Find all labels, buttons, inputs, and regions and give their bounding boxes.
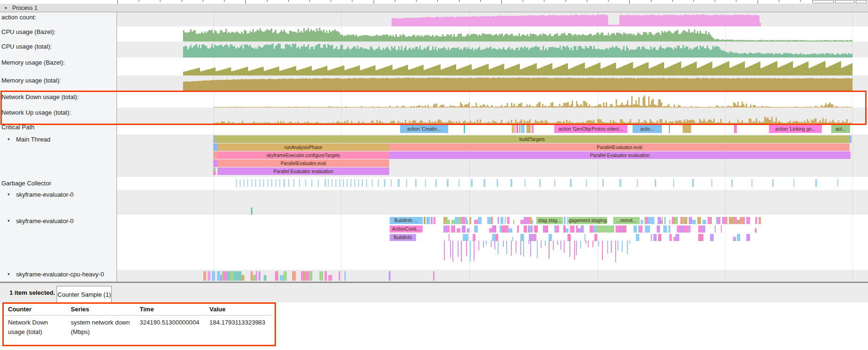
span-bar[interactable]: act... [831,125,850,133]
span-sliver[interactable] [217,271,220,281]
span-sliver[interactable] [238,271,242,281]
span-sliver[interactable] [223,271,227,281]
span-sliver[interactable] [683,225,687,233]
span-sliver[interactable] [487,217,491,224]
span-sliver[interactable] [647,225,650,233]
span-sliver[interactable] [305,271,309,281]
span-sliver[interactable] [513,220,514,224]
gc-tick[interactable] [815,179,817,187]
span-sliver[interactable] [466,234,468,241]
span-sliver[interactable] [256,271,257,281]
span-sliver[interactable] [277,271,278,281]
span-sliver[interactable] [689,225,690,233]
gc-tick[interactable] [299,179,300,187]
span-sliver[interactable] [549,234,552,241]
span-sliver[interactable] [584,234,585,241]
gc-tick[interactable] [284,179,285,187]
span-sliver[interactable] [684,217,687,224]
span-sliver[interactable] [520,220,524,224]
span-sliver[interactable] [570,225,574,233]
gc-tick[interactable] [772,179,774,187]
span-sliver[interactable] [467,228,469,233]
cell-value[interactable]: 184.1793113323983 [209,318,265,327]
gc-tick[interactable] [351,179,351,187]
span-sliver[interactable] [227,271,230,281]
gc-tick[interactable] [731,179,733,187]
span-sliver[interactable] [531,225,533,233]
column-header-value[interactable]: Value [209,306,225,313]
span-bar[interactable]: runAnalysisPhase [217,143,389,151]
span-sliver[interactable] [634,225,637,233]
span-sliver[interactable] [467,220,468,224]
collapse-arrow-icon[interactable]: ▾ [8,218,10,223]
column-header-series[interactable]: Series [71,306,89,313]
column-header-time[interactable]: Time [140,306,154,313]
track-row-critical_path[interactable] [117,124,868,134]
span-sliver[interactable] [328,275,332,281]
gc-tick[interactable] [255,179,256,187]
span-sliver[interactable] [740,217,743,224]
span-sliver[interactable] [702,234,703,241]
gc-tick[interactable] [751,179,752,187]
span-sliver[interactable] [280,275,284,281]
span-sliver[interactable] [443,225,447,233]
span-bar[interactable]: action 'Linking go... [769,125,822,133]
span-bar[interactable]: ParallelEvaluator.eval [217,159,389,167]
gc-tick[interactable] [240,179,241,187]
span-sliver[interactable] [426,217,430,224]
span-sliver[interactable] [733,237,736,241]
gc-tick[interactable] [525,179,526,187]
span-sliver[interactable] [530,234,534,241]
span-sliver[interactable] [213,171,216,175]
span-sliver[interactable] [595,225,614,233]
span-sliver[interactable] [519,125,520,133]
span-sliver[interactable] [321,271,323,281]
span-sliver[interactable] [462,225,466,233]
span-sliver[interactable] [669,220,670,224]
span-sliver[interactable] [521,125,525,133]
span-sliver[interactable] [501,217,503,224]
gc-tick[interactable] [586,179,587,187]
span-sliver[interactable] [663,225,667,233]
span-sliver[interactable] [594,234,597,241]
span-sliver[interactable] [711,217,712,224]
span-sliver[interactable] [449,234,450,241]
gc-tick[interactable] [279,179,280,187]
span-sliver[interactable] [473,234,476,241]
span-sliver[interactable] [505,217,506,224]
span-sliver[interactable] [213,159,217,167]
gc-tick[interactable] [837,179,838,187]
gc-tick[interactable] [398,179,400,187]
span-sliver[interactable] [451,225,454,233]
span-sliver[interactable] [491,217,493,224]
span-sliver[interactable] [616,225,619,233]
span-sliver[interactable] [668,225,670,233]
span-sliver[interactable] [702,220,706,224]
span-sliver[interactable] [746,234,750,241]
span-sliver[interactable] [525,225,527,233]
span-sliver[interactable] [464,125,465,133]
span-sliver[interactable] [568,234,571,241]
span-sliver[interactable] [743,217,745,224]
span-sliver[interactable] [755,228,757,233]
span-sliver[interactable] [683,125,691,133]
track-row-sky1[interactable] [117,190,868,215]
gc-tick[interactable] [339,179,340,187]
span-sliver[interactable] [658,234,661,241]
gc-tick[interactable] [384,179,385,187]
span-sliver[interactable] [213,143,217,151]
gc-tick[interactable] [471,179,473,187]
span-sliver[interactable] [208,271,210,281]
span-sliver[interactable] [734,125,737,133]
track-label-main_thread[interactable]: Main Thread [16,136,50,143]
gc-tick[interactable] [332,179,333,187]
span-sliver[interactable] [746,217,750,224]
span-sliver[interactable] [526,217,530,224]
counter-chart-mem_total[interactable] [0,75,868,92]
gc-tick[interactable] [539,179,541,187]
span-sliver[interactable] [517,125,518,133]
span-sliver[interactable] [651,234,652,241]
span-sliver[interactable] [669,234,672,241]
span-sliver[interactable] [755,217,757,224]
span-sliver[interactable] [474,225,478,233]
